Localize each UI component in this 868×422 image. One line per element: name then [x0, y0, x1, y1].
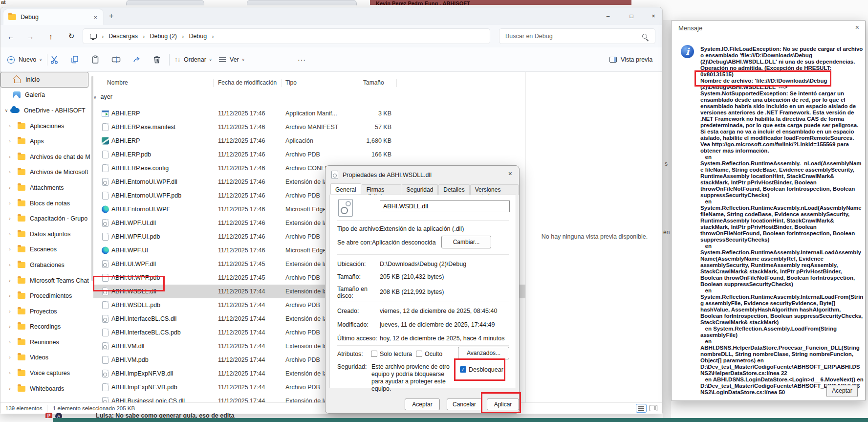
details-view-button[interactable] — [636, 404, 647, 413]
cancel-button[interactable]: Cancelar — [447, 399, 482, 410]
filename-field[interactable] — [380, 200, 510, 212]
change-button[interactable]: Cambiar... — [441, 236, 491, 248]
sidebar-item-archivos-de-chat-de-m[interactable]: ›Archivos de chat de M — [0, 149, 90, 165]
sidebar-item-recordings[interactable]: ›Recordings — [0, 319, 90, 335]
close-icon[interactable]: × — [508, 170, 512, 178]
sidebar-item-datos-adjuntos[interactable]: ›Datos adjuntos — [0, 226, 90, 242]
chevron-icon[interactable]: › — [6, 247, 14, 252]
preview-toggle-button[interactable]: Vista previa — [609, 47, 652, 72]
breadcrumb-item-debug2[interactable]: Debug (2) — [150, 33, 177, 40]
sidebar-item-procedimientos[interactable]: ›Procedimientos — [0, 288, 90, 304]
field-label: Tamaño: — [337, 273, 361, 280]
tab-detalles[interactable]: Detalles — [438, 184, 469, 195]
sidebar-item-onedrive-abhisoft[interactable]: ∨OneDrive - ABHISOFT — [0, 103, 90, 118]
sidebar-item-escaneos[interactable]: ›Escaneos — [0, 242, 90, 258]
close-button[interactable]: × — [644, 7, 663, 25]
back-button[interactable]: ← — [3, 29, 18, 43]
sidebar-item-archivos-de-microsoft[interactable]: ›Archivos de Microsoft — [0, 165, 90, 180]
unblock-checkbox[interactable]: ✓ — [460, 366, 466, 373]
large-icons-view-button[interactable] — [650, 405, 657, 411]
column-header-tamano[interactable]: Tamaño — [363, 79, 384, 86]
chevron-icon[interactable]: › — [6, 185, 14, 190]
file-row[interactable]: ABHI.ERP11/12/2025 17:46Aplicación1,680 … — [93, 134, 525, 148]
breadcrumb-item-descargas[interactable]: Descargas — [108, 33, 138, 40]
file-type-value: Extensión de la aplicación (.dll) — [380, 225, 464, 232]
more-button[interactable]: ··· — [298, 47, 306, 72]
chevron-icon[interactable]: › — [6, 386, 14, 391]
file-row[interactable]: ABHI.ERP.exe.manifest11/12/2025 17:46Arc… — [93, 120, 525, 134]
explorer-tab-debug[interactable]: Debug × — [3, 9, 103, 25]
chevron-icon[interactable]: › — [6, 232, 14, 237]
chevron-icon[interactable]: › — [6, 155, 14, 159]
close-icon[interactable]: × — [855, 23, 859, 31]
sidebar-item-whiteboards[interactable]: ›Whiteboards — [0, 381, 90, 397]
sidebar-item-apps[interactable]: ›Apps — [0, 133, 90, 149]
group-header-ayer[interactable]: ∨ayer — [93, 93, 112, 100]
chevron-icon[interactable]: › — [6, 324, 14, 329]
breadcrumb[interactable]: › Descargas › Debug (2) › Debug › — [83, 28, 490, 44]
chevron-icon[interactable]: › — [6, 278, 14, 283]
sidebar-item-videos[interactable]: ›Videos — [0, 350, 90, 366]
chevron-icon[interactable]: › — [6, 124, 14, 129]
sidebar-item-aplicaciones[interactable]: ›Aplicaciones — [0, 118, 90, 134]
chevron-icon[interactable]: › — [6, 309, 14, 314]
copy-button[interactable] — [69, 54, 81, 66]
forward-button[interactable]: → — [23, 29, 38, 43]
sidebar-item-grabaciones[interactable]: ›Grabaciones — [0, 257, 90, 273]
share-button[interactable] — [131, 54, 143, 66]
file-date: 11/12/2025 17:44 — [218, 288, 282, 295]
chevron-icon[interactable]: › — [6, 355, 14, 360]
folder-icon — [18, 309, 25, 314]
sidebar-item-blocs-de-notas[interactable]: ›Blocs de notas — [0, 196, 90, 211]
chevron-icon[interactable]: › — [6, 170, 14, 175]
ok-button[interactable]: Aceptar — [405, 399, 440, 410]
refresh-button[interactable]: ↻ — [64, 29, 79, 43]
delete-button[interactable] — [151, 54, 163, 66]
tab-general[interactable]: General — [330, 183, 361, 194]
chevron-icon[interactable]: › — [6, 216, 14, 221]
readonly-checkbox[interactable] — [371, 351, 377, 357]
sidebar-item-galer-a[interactable]: Galería — [0, 88, 90, 103]
tab-firmas-digitales[interactable]: Firmas digitales — [362, 184, 401, 195]
file-row[interactable]: ABHI.ERP11/12/2025 17:46Application Mani… — [93, 107, 525, 120]
file-row[interactable]: ABHI.ERP.pdb11/12/2025 17:46Archivo PDB1… — [93, 148, 525, 161]
new-button[interactable]: + Nuevo∨ — [7, 47, 42, 72]
file-file-icon — [102, 164, 108, 172]
sidebar-item-attachments[interactable]: ›Attachments — [0, 180, 90, 196]
sidebar-item-capacitaci-n-grupo[interactable]: ›Capacitación - Grupo — [0, 211, 90, 226]
chevron-icon[interactable]: › — [6, 340, 14, 345]
minimize-button[interactable]: – — [597, 7, 619, 25]
ok-button[interactable]: Aceptar — [826, 385, 858, 397]
sidebar-item-voice-captures[interactable]: ›Voice captures — [0, 365, 90, 381]
background-window-titlebar: Kevin Perez Pedro Eung - ABHISOFT — [370, 0, 631, 5]
chevron-icon[interactable]: › — [6, 293, 14, 298]
chevron-icon[interactable]: › — [6, 139, 14, 144]
tab-seguridad[interactable]: Seguridad — [402, 184, 438, 195]
tab-close-icon[interactable]: × — [93, 14, 97, 21]
breadcrumb-item-debug[interactable]: Debug — [189, 33, 207, 40]
sidebar-item-reuniones[interactable]: ›Reuniones — [0, 334, 90, 350]
hidden-checkbox[interactable] — [416, 351, 422, 357]
up-button[interactable]: ↑ — [43, 29, 58, 43]
column-header-tipo[interactable]: Tipo — [285, 79, 297, 86]
view-button[interactable]: Ver∨ — [218, 47, 245, 72]
sidebar-item-inicio[interactable]: Inicio — [0, 72, 88, 88]
sort-button[interactable]: ↑↓ Ordenar∨ — [174, 47, 212, 72]
chevron-icon[interactable]: › — [6, 263, 14, 267]
chevron-icon[interactable]: › — [6, 201, 14, 206]
column-header-nombre[interactable]: Nombre — [107, 79, 128, 86]
apply-button[interactable]: Aplicar — [487, 399, 519, 410]
sidebar-item-microsoft-teams-chat[interactable]: ›Microsoft Teams Chat — [0, 273, 90, 289]
paste-button[interactable] — [89, 54, 101, 66]
cut-button[interactable] — [48, 54, 60, 66]
advanced-button[interactable]: Avanzados... — [458, 347, 509, 359]
sidebar-item-proyectos[interactable]: ›Proyectos — [0, 304, 90, 319]
chevron-icon[interactable]: › — [6, 371, 14, 376]
rename-button[interactable] — [110, 54, 122, 66]
teams-notification[interactable]: P A Luisa: No sabe como generar guía, es… — [0, 412, 868, 418]
tab-versiones-anteriores[interactable]: Versiones anteriores — [470, 184, 519, 195]
search-box[interactable]: Buscar en Debug — [499, 28, 655, 44]
new-tab-button[interactable]: + — [109, 12, 113, 21]
maximize-button[interactable]: □ — [620, 7, 643, 25]
chevron-icon[interactable]: ∨ — [2, 108, 10, 113]
